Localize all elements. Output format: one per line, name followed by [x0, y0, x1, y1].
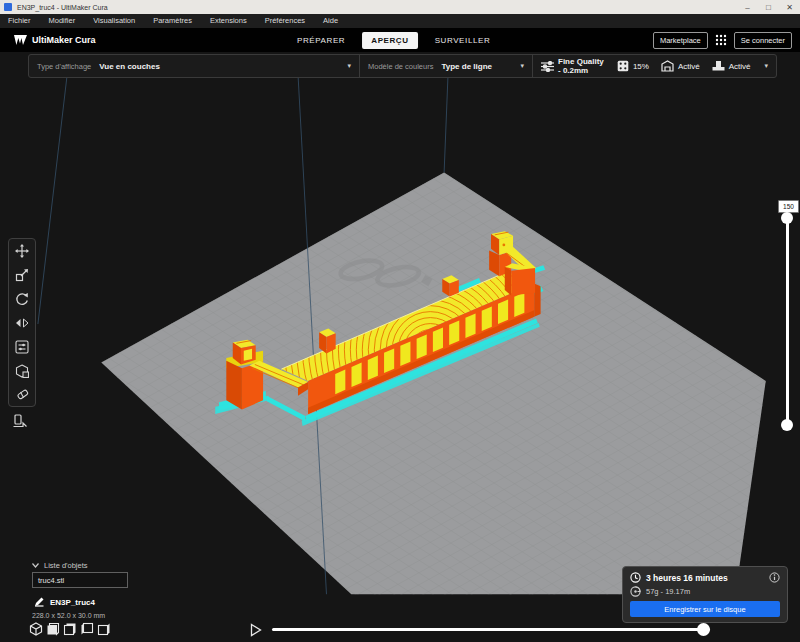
chevron-down-icon: ▾ [339, 62, 351, 70]
print-info-panel: 3 heures 16 minutes 57g - 19.17m Enregis… [622, 566, 788, 623]
save-to-disk-button[interactable]: Enregistrer sur le disque [630, 601, 780, 617]
marketplace-button[interactable]: Marketplace [653, 32, 708, 49]
eraser-tool-button[interactable] [15, 387, 30, 402]
material-usage: 57g - 19.17m [646, 587, 690, 596]
print-time: 3 heures 16 minutes [646, 573, 728, 583]
layer-slider-track[interactable] [786, 216, 789, 426]
maximize-button[interactable]: □ [758, 3, 779, 12]
view-type-dropdown[interactable]: Type d'affichage Vue en couches ▾ [29, 55, 359, 77]
eraser-icon [15, 388, 29, 402]
tab-surveiller[interactable]: SURVEILLER [426, 32, 500, 49]
chevron-down-icon: ▾ [512, 62, 524, 70]
tab-apercu[interactable]: APERÇU [362, 32, 417, 49]
menu-fichier[interactable]: Fichier [0, 14, 40, 28]
support-blocker-icon [15, 364, 29, 378]
view-left-button[interactable] [79, 621, 94, 637]
title-bar: EN3P_truc4 - UltiMaker Cura – □ ✕ [0, 0, 800, 14]
view-left-icon [80, 622, 94, 636]
view-right-button[interactable] [96, 621, 111, 637]
profile-value: Fine Quality - 0.2mm [558, 57, 605, 75]
per-model-settings-tool-button[interactable] [15, 339, 30, 354]
clock-icon [630, 572, 641, 583]
camera-view-buttons [28, 621, 111, 637]
view-front-button[interactable] [45, 621, 60, 637]
play-button[interactable] [249, 623, 263, 637]
menu-parametres[interactable]: Paramètres [144, 14, 201, 28]
simulation-slider-handle[interactable] [697, 623, 710, 636]
profile-summary: Fine Quality - 0.2mm [541, 57, 605, 75]
rotate-tool-button[interactable] [15, 291, 30, 306]
layer-value-badge: 150 [778, 200, 799, 213]
menu-visualisation[interactable]: Visualisation [84, 14, 144, 28]
layer-slider-top-handle[interactable] [781, 212, 793, 224]
left-toolbar [8, 238, 36, 407]
back-tab-1 [319, 329, 336, 354]
scene-canvas[interactable] [0, 52, 800, 642]
object-list-header[interactable]: Liste d'objets [32, 561, 88, 570]
view-3d-button[interactable] [28, 621, 43, 637]
infill-summary: 15% [617, 60, 649, 72]
sign-in-button[interactable]: Se connecter [734, 32, 792, 49]
per-model-settings-icon [15, 340, 29, 354]
infill-icon [617, 60, 629, 72]
printer-row[interactable]: EN3P_truc4 [34, 597, 95, 607]
scale-icon [15, 268, 29, 282]
grid-dots-icon[interactable] [715, 34, 727, 46]
mirror-tool-button[interactable] [15, 315, 30, 330]
close-button[interactable]: ✕ [779, 3, 800, 12]
adhesion-icon [712, 60, 725, 72]
support-value: Activé [678, 62, 700, 71]
viewport-3d[interactable] [0, 52, 800, 642]
move-icon [15, 244, 29, 258]
play-icon [250, 623, 262, 637]
adhesion-value: Activé [729, 62, 751, 71]
menu-extensions[interactable]: Extensions [201, 14, 256, 28]
view-front-icon [46, 622, 60, 636]
infill-value: 15% [633, 62, 649, 71]
build-plate [101, 172, 765, 594]
view-top-icon [63, 622, 77, 636]
view-top-button[interactable] [62, 621, 77, 637]
layer-slider-bottom-handle[interactable] [781, 419, 793, 431]
info-icon[interactable] [769, 572, 780, 583]
printer-name: EN3P_truc4 [50, 598, 95, 607]
minimize-button[interactable]: – [737, 3, 758, 12]
stage-bar: UltiMaker Cura PRÉPARER APERÇU SURVEILLE… [0, 28, 800, 52]
view-settings-toolbar: Type d'affichage Vue en couches ▾ Modèle… [28, 54, 777, 78]
view-type-value: Vue en couches [99, 62, 160, 71]
menu-preferences[interactable]: Préférences [256, 14, 314, 28]
color-scheme-dropdown[interactable]: Modèle de couleurs Type de ligne ▾ [359, 55, 532, 77]
chevron-down-icon [32, 563, 39, 568]
pencil-icon [34, 597, 44, 607]
view-3d-icon [29, 622, 43, 636]
chevron-down-icon[interactable]: ▾ [756, 62, 768, 70]
app-logo: UltiMaker Cura [14, 35, 96, 45]
menu-modifier[interactable]: Modifier [40, 14, 85, 28]
window-title: EN3P_truc4 - UltiMaker Cura [17, 4, 108, 11]
tab-anti-warping-icon [12, 413, 28, 429]
support-blocker-tool-button[interactable] [15, 363, 30, 378]
print-settings-icon [541, 61, 554, 72]
menu-bar: Fichier Modifier Visualisation Paramètre… [0, 14, 800, 28]
menu-aide[interactable]: Aide [314, 14, 347, 28]
support-icon [661, 60, 674, 72]
color-scheme-label: Modèle de couleurs [368, 62, 433, 71]
print-settings-summary[interactable]: Fine Quality - 0.2mm 15% Activé Ac [532, 55, 776, 77]
app-name: UltiMaker Cura [32, 35, 96, 45]
scale-tool-button[interactable] [15, 267, 30, 282]
view-type-label: Type d'affichage [37, 62, 91, 71]
move-tool-button[interactable] [15, 243, 30, 258]
simulation-slider-track[interactable] [272, 628, 710, 631]
object-list-item[interactable]: truc4.stl [32, 572, 128, 588]
object-list-title: Liste d'objets [44, 561, 88, 570]
adhesion-summary: Activé [712, 60, 751, 72]
tab-preparer[interactable]: PRÉPARER [288, 32, 354, 49]
support-summary: Activé [661, 60, 700, 72]
material-spool-icon [630, 586, 641, 597]
view-right-icon [97, 622, 111, 636]
back-tab-2 [442, 275, 459, 296]
rotate-icon [15, 292, 29, 306]
tab-anti-warping-tool-button[interactable] [10, 411, 30, 431]
mirror-icon [15, 316, 29, 330]
ultimaker-mark-icon [14, 35, 27, 45]
